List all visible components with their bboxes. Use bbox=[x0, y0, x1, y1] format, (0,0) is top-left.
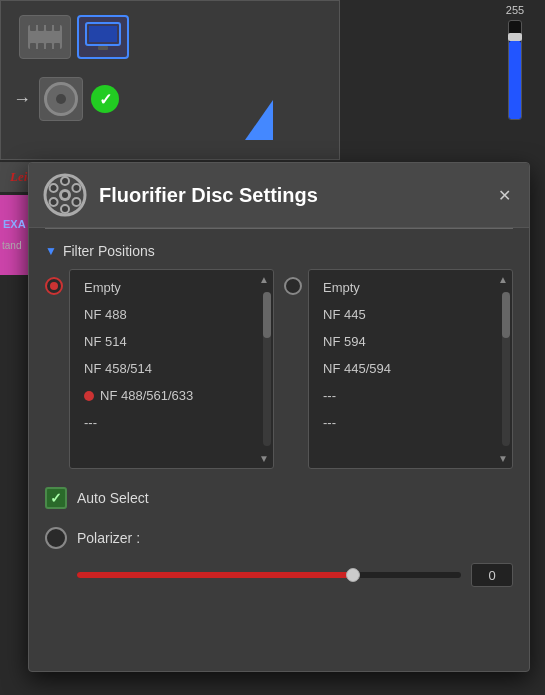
list-item[interactable]: NF 488 bbox=[76, 301, 267, 328]
list-item[interactable]: Empty bbox=[315, 274, 506, 301]
item-active-radio bbox=[84, 391, 94, 401]
check-button[interactable]: ✓ bbox=[91, 85, 119, 113]
svg-rect-6 bbox=[38, 43, 44, 51]
left-list-scrollbar[interactable] bbox=[263, 292, 271, 446]
film-button[interactable] bbox=[19, 15, 71, 59]
left-filter-list[interactable]: Empty NF 488 NF 514 NF 458/514 NF 488/56… bbox=[69, 269, 274, 469]
left-filter-column: Empty NF 488 NF 514 NF 458/514 NF 488/56… bbox=[45, 269, 274, 469]
reel-button[interactable] bbox=[39, 77, 83, 121]
polarizer-slider[interactable] bbox=[77, 572, 461, 578]
auto-select-label: Auto Select bbox=[77, 490, 149, 506]
svg-point-19 bbox=[50, 198, 58, 206]
filter-positions-label: Filter Positions bbox=[63, 243, 155, 259]
film-reel-icon bbox=[43, 173, 87, 217]
dialog-title-area: Fluorifier Disc Settings bbox=[43, 173, 318, 217]
list-item[interactable]: NF 445/594 bbox=[315, 355, 506, 382]
left-list-scroll-up[interactable]: ▲ bbox=[257, 274, 271, 285]
disc-icon bbox=[43, 173, 87, 217]
svg-rect-4 bbox=[54, 23, 60, 31]
reel-icon bbox=[44, 82, 78, 116]
polarizer-slider-thumb[interactable] bbox=[346, 568, 360, 582]
polarizer-row: Polarizer : bbox=[45, 527, 513, 549]
svg-point-17 bbox=[72, 198, 80, 206]
slider-thumb[interactable] bbox=[508, 33, 522, 41]
right-filter-column: Empty NF 445 NF 594 NF 445/594 --- --- ▲… bbox=[284, 269, 513, 469]
left-radio-column bbox=[45, 269, 63, 469]
auto-select-checkbox[interactable]: ✓ bbox=[45, 487, 67, 509]
arrow-icon: → bbox=[13, 89, 31, 110]
arrow-row: → ✓ bbox=[1, 73, 339, 125]
monitor-icon bbox=[85, 22, 121, 52]
vertical-slider[interactable] bbox=[508, 20, 522, 120]
left-filter-items: Empty NF 488 NF 514 NF 458/514 NF 488/56… bbox=[70, 270, 273, 440]
list-item[interactable]: NF 458/514 bbox=[76, 355, 267, 382]
polarizer-value-display: 0 bbox=[471, 563, 513, 587]
filter-positions-section-header: ▼ Filter Positions bbox=[45, 243, 513, 259]
left-scrollbar-thumb bbox=[263, 292, 271, 338]
right-filter-list[interactable]: Empty NF 445 NF 594 NF 445/594 --- --- ▲… bbox=[308, 269, 513, 469]
auto-select-row: ✓ Auto Select bbox=[45, 483, 513, 513]
fluorifier-dialog: Fluorifier Disc Settings ✕ ▼ Filter Posi… bbox=[28, 162, 530, 672]
monitor-button[interactable] bbox=[77, 15, 129, 59]
exa-label: EXA bbox=[3, 218, 26, 230]
svg-rect-10 bbox=[89, 26, 117, 42]
list-item[interactable]: --- bbox=[76, 409, 267, 436]
right-list-scrollbar[interactable] bbox=[502, 292, 510, 446]
list-item[interactable]: NF 488/561/633 bbox=[76, 382, 267, 409]
tand-label: tand bbox=[2, 240, 21, 251]
polarizer-radio-button[interactable] bbox=[45, 527, 67, 549]
svg-rect-3 bbox=[46, 23, 52, 31]
pink-strip bbox=[0, 195, 28, 275]
dialog-title: Fluorifier Disc Settings bbox=[99, 184, 318, 207]
svg-rect-7 bbox=[46, 43, 52, 51]
polarizer-slider-fill bbox=[77, 572, 353, 578]
slider-value-display: 255 bbox=[506, 4, 524, 16]
right-radio-button[interactable] bbox=[284, 277, 302, 295]
list-item[interactable]: --- bbox=[315, 382, 506, 409]
right-list-scroll-down[interactable]: ▼ bbox=[496, 453, 510, 464]
list-item[interactable]: --- bbox=[315, 409, 506, 436]
dialog-header: Fluorifier Disc Settings ✕ bbox=[29, 163, 529, 228]
filter-lists-container: Empty NF 488 NF 514 NF 458/514 NF 488/56… bbox=[45, 269, 513, 469]
polarizer-label: Polarizer : bbox=[77, 530, 140, 546]
svg-point-15 bbox=[61, 177, 69, 185]
checkmark-icon: ✓ bbox=[50, 490, 62, 506]
instrument-panel: → ✓ bbox=[0, 0, 340, 160]
list-item[interactable]: NF 445 bbox=[315, 301, 506, 328]
film-icon bbox=[28, 23, 62, 51]
right-scrollbar-thumb bbox=[502, 292, 510, 338]
svg-point-14 bbox=[62, 192, 68, 198]
list-item[interactable]: NF 594 bbox=[315, 328, 506, 355]
dialog-body: ▼ Filter Positions Empty NF 488 NF 514 N… bbox=[29, 229, 529, 601]
svg-rect-1 bbox=[30, 23, 36, 31]
left-list-scroll-down[interactable]: ▼ bbox=[257, 453, 271, 464]
slider-fill bbox=[509, 41, 521, 119]
svg-rect-5 bbox=[30, 43, 36, 51]
svg-point-16 bbox=[72, 184, 80, 192]
svg-rect-11 bbox=[98, 46, 108, 50]
left-radio-button[interactable] bbox=[45, 277, 63, 295]
collapse-arrow-icon[interactable]: ▼ bbox=[45, 244, 57, 258]
blue-shape bbox=[245, 100, 273, 140]
right-list-scroll-up[interactable]: ▲ bbox=[496, 274, 510, 285]
dialog-close-button[interactable]: ✕ bbox=[493, 184, 515, 206]
right-radio-column bbox=[284, 269, 302, 469]
svg-point-18 bbox=[61, 205, 69, 213]
list-item[interactable]: Empty bbox=[76, 274, 267, 301]
svg-point-20 bbox=[50, 184, 58, 192]
list-item[interactable]: NF 514 bbox=[76, 328, 267, 355]
right-filter-items: Empty NF 445 NF 594 NF 445/594 --- --- bbox=[309, 270, 512, 440]
polarizer-slider-row: 0 bbox=[45, 563, 513, 587]
right-panel: 255 bbox=[485, 0, 545, 160]
svg-rect-8 bbox=[54, 43, 60, 51]
svg-rect-2 bbox=[38, 23, 44, 31]
